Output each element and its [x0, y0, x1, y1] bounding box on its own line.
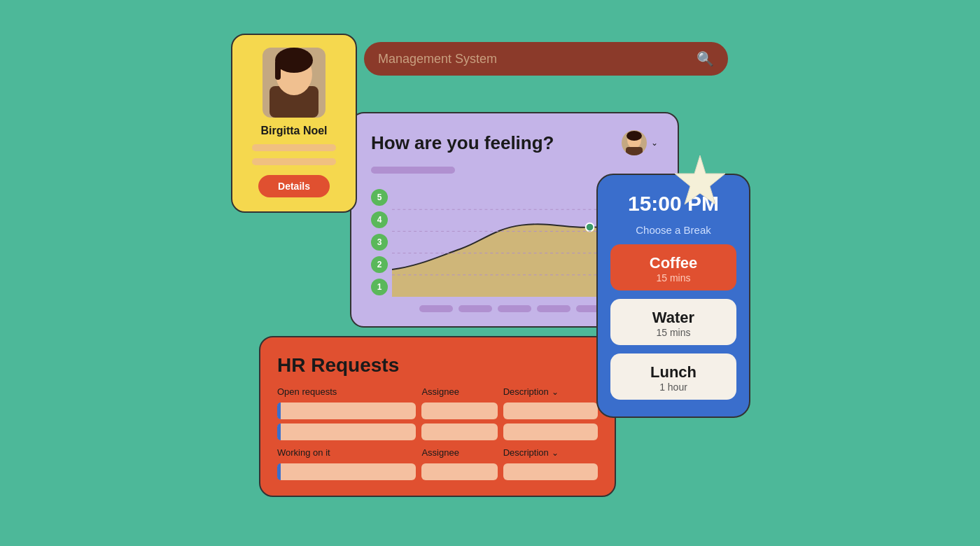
search-bar[interactable]: 🔍 — [364, 42, 728, 76]
hr-cell-open-2-col2 — [421, 424, 497, 440]
profile-line-1 — [252, 144, 336, 151]
hr-open-header: Open requests Assignee Description ⌄ — [277, 386, 598, 397]
svg-point-3 — [275, 48, 313, 73]
hr-cell-working-1-col3 — [503, 463, 598, 480]
profile-name: Birgitta Noel — [260, 125, 327, 137]
open-requests-label: Open requests — [277, 386, 416, 397]
description-chevron-icon-2: ⌄ — [552, 448, 559, 458]
feeling-progress-bar — [371, 167, 455, 174]
avatar-illustration — [262, 48, 326, 118]
svg-marker-14 — [675, 155, 725, 204]
search-input[interactable] — [378, 52, 688, 66]
svg-point-6 — [626, 131, 642, 141]
details-button[interactable]: Details — [258, 175, 330, 197]
working-label: Working on it — [277, 447, 416, 458]
y-label-1: 1 — [371, 279, 388, 295]
hr-cell-open-2-col3 — [503, 424, 598, 440]
profile-line-2 — [252, 158, 336, 165]
hr-title: HR Requests — [277, 354, 598, 377]
avatar-small-svg — [622, 130, 647, 155]
description-chevron-icon: ⌄ — [552, 387, 559, 397]
legend-item-1 — [419, 305, 453, 312]
hr-panel: HR Requests Open requests Assignee Descr… — [259, 336, 616, 497]
svg-rect-4 — [275, 60, 281, 80]
hr-cell-working-1-col2 — [421, 463, 497, 480]
description-label: Description ⌄ — [503, 386, 598, 397]
search-icon[interactable]: 🔍 — [696, 50, 714, 67]
legend-item-2 — [458, 305, 492, 312]
break-subtitle: Choose a Break — [636, 224, 711, 236]
break-option-coffee[interactable]: Coffee 15 mins — [610, 244, 736, 290]
feeling-title: How are you feeling? — [371, 132, 554, 154]
hr-cell-open-1-col3 — [503, 402, 598, 419]
hr-cell-open-1-col1 — [277, 402, 416, 419]
svg-point-9 — [586, 223, 594, 232]
star-decoration — [672, 153, 728, 209]
break-option-water[interactable]: Water 15 mins — [610, 299, 736, 345]
break-option-lunch-title: Lunch — [650, 363, 696, 382]
break-option-lunch[interactable]: Lunch 1 hour — [610, 354, 736, 400]
feeling-user[interactable]: ⌄ — [622, 130, 658, 155]
hr-cell-working-1-col1 — [277, 463, 416, 480]
hr-cell-open-1-col2 — [421, 402, 497, 419]
hr-open-row-1 — [277, 402, 598, 419]
break-panel: 15:00 PM Choose a Break Coffee 15 mins W… — [596, 174, 750, 418]
break-option-coffee-title: Coffee — [650, 254, 697, 272]
break-option-coffee-duration: 15 mins — [656, 272, 690, 284]
assignee-label-2: Assignee — [421, 447, 497, 458]
assignee-label: Assignee — [421, 386, 497, 397]
hr-working-row-1 — [277, 463, 598, 480]
description-label-2: Description ⌄ — [503, 447, 598, 458]
legend-item-4 — [537, 305, 570, 312]
chevron-down-icon: ⌄ — [651, 138, 658, 148]
profile-card: Birgitta Noel Details — [231, 34, 357, 213]
y-label-5: 5 — [371, 189, 388, 206]
working-on-it-label: Working on it Assignee Description ⌄ — [277, 447, 598, 458]
hr-open-row-2 — [277, 424, 598, 440]
user-avatar-small — [622, 130, 647, 155]
break-option-water-title: Water — [652, 309, 694, 327]
break-option-lunch-duration: 1 hour — [659, 382, 687, 393]
feeling-header: How are you feeling? ⌄ — [371, 130, 658, 155]
avatar — [262, 48, 326, 118]
svg-rect-7 — [626, 147, 643, 155]
hr-working-header: Working on it Assignee Description ⌄ — [277, 447, 598, 458]
chart-y-axis: 1 2 3 4 5 — [371, 186, 388, 298]
star-svg — [672, 153, 728, 209]
y-label-2: 2 — [371, 256, 388, 273]
y-label-4: 4 — [371, 211, 388, 228]
break-option-water-duration: 15 mins — [656, 327, 690, 338]
legend-item-3 — [498, 305, 531, 312]
hr-cell-open-2-col1 — [277, 424, 416, 440]
y-label-3: 3 — [371, 234, 388, 251]
